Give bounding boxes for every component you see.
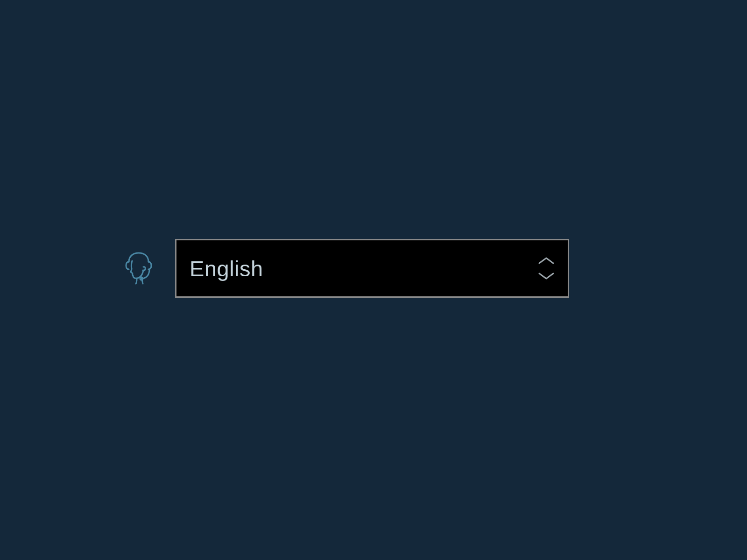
chevron-down-icon[interactable] xyxy=(538,272,555,280)
chevron-up-icon[interactable] xyxy=(538,257,555,265)
language-selector-row: English xyxy=(123,239,569,298)
language-selector-value: English xyxy=(190,256,263,281)
spinner-stepper[interactable] xyxy=(538,257,555,280)
headset-person-icon xyxy=(123,252,155,285)
language-selector[interactable]: English xyxy=(175,239,569,298)
